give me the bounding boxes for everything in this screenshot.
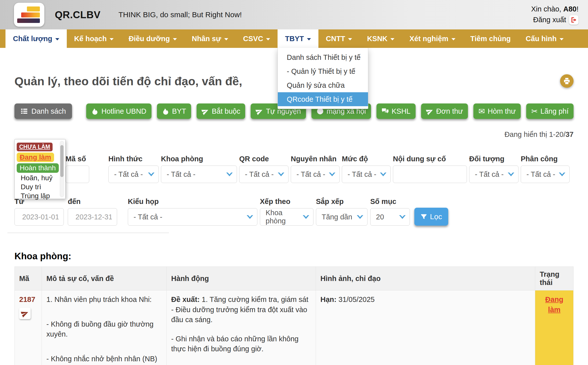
hinh-thuc-select[interactable]: - Tất cả -: [108, 166, 159, 183]
chevron-down-icon: [399, 215, 406, 219]
hom-thu-button[interactable]: ✉ Hòm thư: [473, 103, 521, 119]
noi-dung-su-co-input[interactable]: [393, 166, 467, 183]
menu-item-qrcode-tbyt[interactable]: QRcode Thiết bị y tế: [278, 92, 368, 106]
logout-icon: [569, 15, 579, 25]
chevron-down-icon: [110, 38, 114, 40]
qr-code-select[interactable]: - Tất cả -: [239, 166, 289, 183]
list-icon: [20, 107, 28, 115]
field-label: Mã số: [66, 155, 89, 163]
chevron-down-icon: [307, 38, 311, 40]
col-header-hanh-dong: Hành động: [167, 267, 316, 290]
muc-do-select[interactable]: - Tất cả -: [342, 166, 391, 183]
filter-icon: [421, 213, 427, 220]
chevron-down-icon: [148, 172, 154, 177]
chevron-down-icon: [266, 38, 270, 40]
field-label: Nguyên nhân: [291, 155, 340, 163]
nav-item-cntt[interactable]: CNTT: [318, 29, 360, 48]
logo-bar: [27, 6, 40, 11]
lang-phi-button[interactable]: ✂ Lãng phí: [526, 103, 574, 119]
menu-item-danh-sach-tbyt[interactable]: Danh sách Thiết bị y tế: [278, 50, 368, 64]
field-label: Xếp theo: [260, 197, 313, 206]
row-id-cell: 2187: [15, 290, 42, 365]
description-cell: 1. Nhân viên phụ trách khoa Nhi: - Không…: [42, 290, 167, 365]
doi-tuong-select[interactable]: - Tất cả -: [469, 166, 518, 183]
menu-item-quan-ly-tbyt[interactable]: - Quản lý Thiết bị y tế: [278, 64, 368, 78]
kieu-hop-select[interactable]: - Tất cả -: [128, 208, 257, 226]
status-option-chua-lam[interactable]: CHƯA LÀM: [17, 143, 53, 151]
table-row: 2187 1. Nhân viên phụ trách khoa Nhi: - …: [15, 290, 574, 365]
status-option-hoan-thanh[interactable]: Hoàn thành: [17, 163, 59, 173]
status-option-duy-tri[interactable]: Duy trì: [17, 182, 41, 191]
paper-plane-icon: [256, 107, 263, 115]
deadline-value: 31/05/2025: [339, 295, 375, 303]
don-thu-button[interactable]: Đơn thư: [421, 103, 468, 119]
print-button[interactable]: [560, 74, 574, 88]
hotline-ubnd-button[interactable]: Hotline UBND: [86, 103, 151, 119]
issues-table: Mã Mô tả sự cố, vấn đề Hành động Hình ản…: [14, 267, 574, 365]
chevron-down-icon: [380, 172, 386, 177]
status-badge[interactable]: Đang làm: [545, 295, 563, 314]
status-option-hoan-huy[interactable]: Hoãn, huỷ: [17, 174, 53, 182]
logo-bar: [17, 18, 40, 23]
loc-filter-button[interactable]: Lọc: [414, 208, 448, 226]
xep-theo-select[interactable]: Khoa phòng: [260, 208, 313, 226]
danh-sach-button[interactable]: Danh sách: [14, 103, 72, 119]
nav-item-tiem-chung[interactable]: Tiêm chủng: [463, 29, 518, 48]
row-id[interactable]: 2187: [19, 294, 37, 305]
chevron-down-icon: [55, 38, 59, 40]
nav-item-ke-hoach[interactable]: Kế hoạch: [67, 29, 121, 48]
app-logo-icon: [14, 3, 44, 27]
chevron-down-icon: [508, 172, 514, 177]
action-label: Đề xuất:: [171, 295, 200, 303]
logout-link[interactable]: Đăng xuất: [531, 15, 579, 25]
den-date-input[interactable]: [68, 208, 117, 226]
sap-xep-select[interactable]: Tăng dần: [316, 208, 368, 226]
chevron-down-icon: [451, 38, 455, 40]
page-title: Quản lý, theo dõi tiến độ chỉ đạo, vấn đ…: [14, 74, 242, 88]
field-label: Khoa phòng: [161, 155, 237, 163]
col-header-hinh-anh: Hình ảnh, chỉ đạo: [316, 267, 535, 290]
so-muc-select[interactable]: 20: [370, 208, 410, 226]
logo-bar: [21, 12, 40, 17]
chevron-down-icon: [560, 38, 564, 40]
nav-item-chat-luong[interactable]: Chất lượng: [5, 29, 67, 48]
khoa-phong-select[interactable]: - Tất cả -: [161, 166, 237, 183]
nguyen-nhan-select[interactable]: - Tất cả -: [291, 166, 340, 183]
pagination-summary: Đang hiển thị 1-20/37: [14, 130, 574, 139]
ma-so-input[interactable]: [66, 166, 89, 183]
nav-item-xet-nghiem[interactable]: Xét nghiệm: [402, 29, 463, 48]
field-label: đến: [68, 197, 117, 206]
status-option-trung-lap[interactable]: Trùng lặp: [17, 191, 50, 200]
bat-buoc-button[interactable]: Bắt buộc: [197, 103, 245, 119]
byt-button[interactable]: BYT: [157, 103, 191, 119]
header-motto: THINK BIG, do small; But Right Now!: [119, 10, 242, 19]
flame-icon: [91, 107, 99, 115]
chevron-down-icon: [173, 38, 177, 40]
nav-item-cau-hinh[interactable]: Cấu hình: [518, 29, 571, 48]
user-block: Xin chào, A80! Đăng xuất: [531, 5, 579, 25]
nav-item-dieu-duong[interactable]: Điều dưỡng: [121, 29, 184, 48]
status-option-dang-lam[interactable]: Đang làm: [17, 153, 54, 162]
phan-cong-select[interactable]: - Tất cả -: [521, 166, 570, 183]
nav-item-csvc[interactable]: CSVC: [236, 29, 278, 48]
menu-item-quan-ly-sua-chua[interactable]: Quản lý sửa chữa: [278, 78, 368, 92]
chevron-down-icon: [390, 38, 394, 40]
nav-item-tbyt[interactable]: TBYT Danh sách Thiết bị y tế - Quản lý T…: [278, 29, 318, 48]
chevron-down-icon: [278, 172, 284, 177]
field-label: Phân công: [521, 155, 570, 163]
scrollbar-thumb[interactable]: [60, 145, 64, 177]
header: QR.CLBV THINK BIG, do small; But Right N…: [0, 0, 588, 29]
deadline-label: Hạn:: [320, 295, 336, 303]
tu-date-input[interactable]: [14, 208, 64, 226]
field-label: Mức độ: [342, 155, 391, 163]
status-cell: Đang làm: [535, 290, 574, 365]
nav-item-ksnk[interactable]: KSNK: [360, 29, 402, 48]
chevron-down-icon: [357, 215, 363, 219]
kshl-button[interactable]: KSHL: [376, 103, 416, 119]
paper-plane-icon[interactable]: [19, 308, 31, 319]
scrollbar[interactable]: [60, 141, 64, 197]
divider: [7, 233, 169, 233]
chevron-down-icon: [247, 215, 253, 219]
paper-plane-icon: [426, 107, 434, 115]
nav-item-nhan-su[interactable]: Nhân sự: [184, 29, 236, 48]
